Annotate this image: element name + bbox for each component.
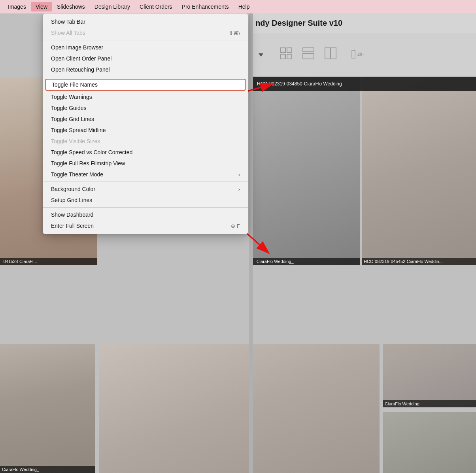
menu-item-setup-grid-lines[interactable]: Setup Grid Lines: [43, 195, 248, 206]
theater-mode-arrow: ›: [238, 172, 240, 178]
svg-text:20-: 20-: [357, 52, 364, 57]
photo-cell-3: HCO-082319-045452-CiaraFlo Weddin...: [362, 77, 476, 265]
panel-divider: [249, 13, 253, 473]
filmstrip-bar: HCO-082319-034850-CiaraFlo Wedding: [253, 77, 476, 91]
view-menu: Show Tab Bar Show All Tabs ⇧⌘\ Open Imag…: [43, 13, 248, 234]
menu-item-toggle-spread-midline[interactable]: Toggle Spread Midline: [43, 125, 248, 136]
menu-item-design-library[interactable]: Design Library: [90, 2, 135, 11]
menu-item-toggle-speed-vs-color[interactable]: Toggle Speed vs Color Corrected: [43, 147, 248, 158]
photo-label-6: CiaraFlo Wedding_: [383, 400, 476, 407]
background-color-arrow: ›: [238, 186, 240, 192]
menu-item-toggle-visible-sizes: Toggle Visible Sizes: [43, 136, 248, 147]
photo-cell-4: CiaraFlo Wedding_: [0, 344, 95, 473]
photo-label-1: -041528-CiaraFl...: [0, 258, 97, 265]
photo-content-4: [0, 344, 95, 473]
photo-cell-7: [383, 412, 476, 473]
photo-label-3: HCO-082319-045452-CiaraFlo Weddin...: [362, 258, 476, 265]
toolbar-layout-icon-1[interactable]: [279, 46, 293, 63]
dropdown-arrow-icon: [259, 53, 263, 57]
menu-item-client-orders[interactable]: Client Orders: [135, 2, 177, 11]
svg-rect-0: [281, 48, 285, 53]
menu-item-show-dashboard[interactable]: Show Dashboard: [43, 209, 248, 220]
menu-item-slideshows[interactable]: Slideshows: [52, 2, 90, 11]
menu-divider-2: [43, 77, 248, 77]
menu-item-toggle-full-res[interactable]: Toggle Full Res Filmstrip View: [43, 158, 248, 169]
toolbar: 20-: [249, 33, 476, 77]
svg-rect-2: [281, 54, 285, 59]
menu-item-enter-full-screen[interactable]: Enter Full Screen ⊕ F: [43, 220, 248, 231]
svg-rect-8: [352, 50, 355, 58]
photo-content-3: [362, 77, 476, 265]
svg-rect-1: [287, 48, 292, 53]
menu-item-toggle-theater-mode[interactable]: Toggle Theater Mode ›: [43, 169, 248, 180]
photo-cell-2: -CiaraFlo Wedding_: [253, 77, 360, 265]
photo-cell-5: [99, 344, 380, 473]
photo-content-2: [253, 77, 360, 265]
photo-label-2: -CiaraFlo Wedding_: [253, 258, 360, 265]
menu-item-help[interactable]: Help: [234, 2, 255, 11]
photo-content-6: [383, 344, 476, 407]
toolbar-layout-icon-2[interactable]: [301, 46, 315, 63]
menu-item-toggle-file-names[interactable]: Toggle File Names: [45, 79, 246, 91]
menu-bar: Images View Slideshows Design Library Cl…: [0, 0, 476, 13]
menu-divider-1: [43, 40, 248, 40]
menu-item-view[interactable]: View: [31, 2, 52, 11]
menu-item-toggle-grid-lines[interactable]: Toggle Grid Lines: [43, 114, 248, 125]
menu-item-background-color[interactable]: Background Color ›: [43, 184, 248, 195]
photo-content-5: [99, 344, 380, 473]
menu-divider-4: [43, 207, 248, 208]
app-title: ndy Designer Suite v10: [255, 19, 342, 28]
content-header: ndy Designer Suite v10: [249, 13, 476, 33]
svg-rect-3: [287, 54, 292, 59]
photo-cell-6: CiaraFlo Wedding_: [383, 344, 476, 407]
svg-rect-4: [303, 48, 314, 52]
toolbar-zoom-label[interactable]: 20-: [349, 47, 364, 63]
menu-item-images[interactable]: Images: [3, 2, 31, 11]
menu-item-open-client-order-panel[interactable]: Open Client Order Panel: [43, 53, 248, 64]
menu-item-open-retouching-panel[interactable]: Open Retouching Panel: [43, 64, 248, 75]
menu-item-show-all-tabs: Show All Tabs ⇧⌘\: [43, 27, 248, 38]
menu-item-toggle-guides[interactable]: Toggle Guides: [43, 102, 248, 114]
menu-item-toggle-warnings[interactable]: Toggle Warnings: [43, 91, 248, 102]
filmstrip-label: HCO-082319-034850-CiaraFlo Wedding: [257, 81, 342, 87]
photo-label-4: CiaraFlo Wedding_: [0, 466, 95, 473]
toolbar-dropdown-indicator[interactable]: [259, 53, 263, 57]
photo-content-7: [383, 412, 476, 473]
menu-item-pro-enhancements[interactable]: Pro Enhancements: [177, 2, 234, 11]
menu-item-open-image-browser[interactable]: Open Image Browser: [43, 42, 248, 53]
menu-item-show-tab-bar[interactable]: Show Tab Bar: [43, 16, 248, 27]
toolbar-layout-icon-3[interactable]: [323, 46, 338, 63]
svg-rect-5: [303, 53, 314, 59]
menu-divider-3: [43, 182, 248, 182]
